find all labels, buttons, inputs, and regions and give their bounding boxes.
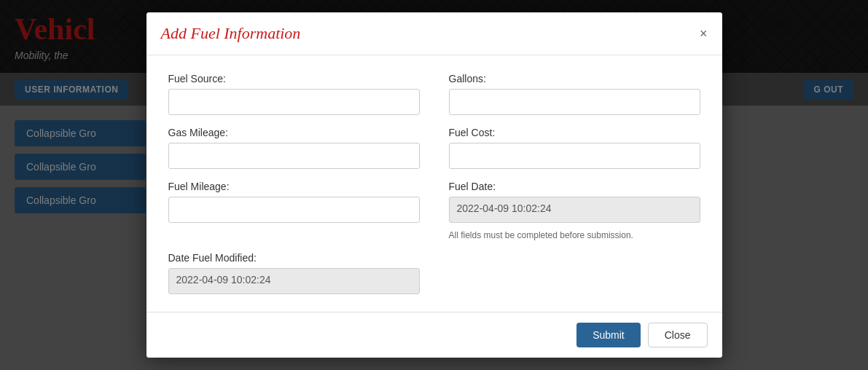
gas-mileage-input[interactable] (168, 143, 420, 169)
fuel-source-label: Fuel Source: (168, 73, 420, 84)
submit-button[interactable]: Submit (576, 323, 641, 347)
fuel-date-group: Fuel Date: 2022-04-09 10:02:24 All field… (449, 181, 700, 240)
fuel-cost-input[interactable] (449, 143, 700, 169)
date-modified-group: Date Fuel Modified: 2022-04-09 10:02:24 (168, 252, 420, 294)
gas-mileage-group: Gas Mileage: (168, 127, 420, 169)
add-fuel-modal: Add Fuel Information × Fuel Source: Gall… (146, 12, 722, 358)
fuel-date-value: 2022-04-09 10:02:24 (449, 197, 700, 223)
fuel-source-input[interactable] (168, 89, 420, 115)
date-modified-value: 2022-04-09 10:02:24 (168, 268, 420, 294)
date-modified-label: Date Fuel Modified: (168, 252, 420, 264)
gallons-input[interactable] (449, 89, 700, 115)
fuel-cost-group: Fuel Cost: (449, 127, 700, 169)
fuel-mileage-label: Fuel Mileage: (168, 181, 420, 192)
modal-body: Fuel Source: Gallons: Gas Mileage: Fuel … (146, 55, 722, 312)
modal-close-button[interactable]: × (700, 27, 708, 40)
fuel-mileage-input[interactable] (168, 197, 420, 223)
close-button[interactable]: Close (648, 323, 708, 347)
gallons-label: Gallons: (449, 73, 700, 84)
gallons-group: Gallons: (449, 73, 700, 115)
fuel-cost-label: Fuel Cost: (449, 127, 700, 138)
fuel-source-group: Fuel Source: (168, 73, 420, 115)
modal-header: Add Fuel Information × (146, 12, 722, 55)
fuel-date-label: Fuel Date: (449, 181, 700, 192)
modal-footer: Submit Close (146, 312, 722, 358)
gas-mileage-label: Gas Mileage: (168, 127, 420, 138)
helper-text: All fields must be completed before subm… (449, 230, 700, 240)
modal-title: Add Fuel Information (161, 24, 301, 43)
form-grid: Fuel Source: Gallons: Gas Mileage: Fuel … (168, 73, 700, 294)
fuel-mileage-group: Fuel Mileage: (168, 181, 420, 240)
modal-overlay: Add Fuel Information × Fuel Source: Gall… (0, 0, 868, 370)
